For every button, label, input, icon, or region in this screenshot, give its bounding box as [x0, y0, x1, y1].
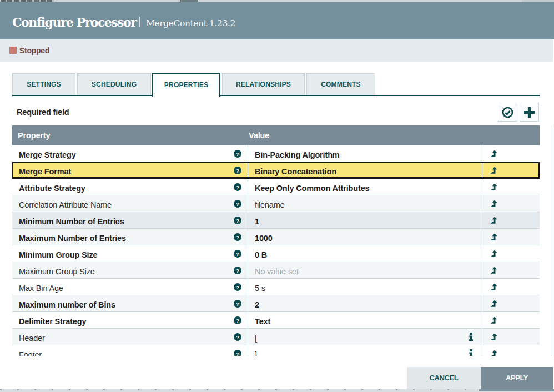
- convert-to-parameter-button[interactable]: [490, 266, 497, 275]
- question-circle-icon: ?: [234, 167, 241, 174]
- property-name: Attribute Strategy: [19, 184, 234, 193]
- svg-text:?: ?: [236, 334, 239, 340]
- question-circle-icon: ?: [234, 217, 241, 224]
- property-value: Keep Only Common Attributes: [255, 184, 473, 193]
- table-right-border: [551, 125, 551, 356]
- convert-to-parameter-button[interactable]: [490, 166, 497, 175]
- property-name: Max Bin Age: [19, 284, 234, 293]
- property-value-cell[interactable]: filename: [248, 195, 482, 212]
- property-value-cell[interactable]: 2: [248, 295, 482, 311]
- property-name: Maximum number of Bins: [19, 300, 234, 309]
- property-row[interactable]: Max Bin Age?5 s: [12, 279, 540, 295]
- property-value-cell[interactable]: Bin-Packing Algorithm: [248, 145, 482, 162]
- background-fragment: [1, 0, 54, 2]
- property-value: 5 s: [255, 284, 473, 293]
- property-value-cell[interactable]: No value set: [248, 262, 482, 278]
- property-help-button[interactable]: ?: [234, 316, 241, 324]
- property-name-cell: Correlation Attribute Name?: [12, 195, 248, 212]
- property-row[interactable]: Merge Strategy?Bin-Packing Algorithm: [12, 145, 540, 162]
- apply-button[interactable]: APPLY: [481, 367, 553, 389]
- convert-to-parameter-button[interactable]: [490, 316, 497, 325]
- tab-properties-label: PROPERTIES: [164, 81, 208, 89]
- add-property-button[interactable]: [520, 103, 539, 122]
- property-help-button[interactable]: ?: [234, 233, 241, 241]
- property-row[interactable]: Correlation Attribute Name?filename: [12, 195, 540, 212]
- property-name-cell: Maximum Group Size?: [12, 262, 248, 278]
- question-circle-icon: ?: [234, 200, 241, 208]
- property-value-cell[interactable]: Binary Concatenation: [248, 162, 482, 178]
- convert-to-parameter-button[interactable]: [490, 183, 497, 192]
- property-row[interactable]: Merge Format?Binary Concatenation: [12, 162, 540, 179]
- svg-text:?: ?: [236, 184, 239, 190]
- property-value-cell[interactable]: Keep Only Common Attributes: [248, 179, 482, 195]
- convert-to-parameter-button[interactable]: [490, 199, 497, 208]
- property-value-cell[interactable]: Text: [248, 312, 482, 328]
- property-value-cell[interactable]: 0 B: [248, 245, 482, 262]
- property-name-cell: Merge Format?: [12, 162, 248, 178]
- convert-to-parameter-button[interactable]: [490, 333, 497, 341]
- property-value-cell[interactable]: ]: [248, 345, 482, 356]
- tab-settings[interactable]: SETTINGS: [12, 73, 75, 96]
- property-name-cell: Maximum Number of Entries?: [12, 229, 248, 245]
- property-row[interactable]: Maximum Group Size?No value set: [12, 262, 540, 279]
- property-value: 1000: [255, 234, 473, 243]
- convert-to-parameter-button[interactable]: [490, 249, 497, 258]
- property-value-cell[interactable]: 1: [248, 212, 482, 228]
- property-value-cell[interactable]: 5 s: [248, 279, 482, 295]
- level-up-arrow-icon: [490, 316, 497, 325]
- convert-to-parameter-button[interactable]: [490, 283, 497, 292]
- property-help-button[interactable]: ?: [234, 250, 241, 258]
- tab-scheduling[interactable]: SCHEDULING: [77, 73, 151, 96]
- property-row[interactable]: Maximum Number of Entries?1000: [12, 229, 540, 245]
- question-circle-icon: ?: [234, 233, 241, 241]
- level-up-arrow-icon: [490, 333, 497, 341]
- tab-bar-underline: [12, 95, 540, 96]
- property-row[interactable]: Delimiter Strategy?Text: [12, 312, 540, 329]
- svg-text:?: ?: [236, 150, 239, 157]
- tab-relationships-label: RELATIONSHIPS: [236, 81, 291, 88]
- question-circle-icon: ?: [234, 267, 241, 274]
- property-name: Maximum Number of Entries: [19, 234, 234, 243]
- property-row[interactable]: Maximum number of Bins?2: [12, 295, 540, 312]
- property-help-button[interactable]: ?: [234, 267, 241, 274]
- property-help-button[interactable]: ?: [234, 333, 241, 341]
- convert-to-parameter-button[interactable]: [490, 349, 497, 356]
- convert-to-parameter-button[interactable]: [490, 216, 497, 225]
- property-row[interactable]: Minimum Group Size?0 B: [12, 245, 540, 262]
- property-help-button[interactable]: ?: [234, 200, 241, 208]
- property-help-button[interactable]: ?: [234, 167, 241, 174]
- property-value-cell[interactable]: 1000: [248, 229, 482, 245]
- property-value: Bin-Packing Algorithm: [255, 150, 473, 159]
- cancel-button[interactable]: CANCEL: [407, 367, 481, 389]
- property-help-button[interactable]: ?: [234, 183, 241, 191]
- property-help-button[interactable]: ?: [234, 300, 241, 308]
- svg-text:?: ?: [236, 300, 239, 306]
- convert-to-parameter-button[interactable]: [490, 149, 497, 158]
- convert-to-parameter-button[interactable]: [490, 233, 497, 242]
- cancel-button-label: CANCEL: [430, 374, 459, 382]
- background-fragment: [180, 0, 198, 2]
- property-name: Delimiter Strategy: [19, 317, 234, 326]
- tab-relationships[interactable]: RELATIONSHIPS: [222, 73, 305, 96]
- value-info-button[interactable]: [469, 333, 473, 341]
- svg-text:?: ?: [236, 167, 239, 173]
- property-help-button[interactable]: ?: [234, 283, 241, 291]
- property-name: Correlation Attribute Name: [19, 200, 234, 209]
- property-name-cell: Header?: [12, 329, 248, 345]
- svg-text:?: ?: [236, 284, 239, 290]
- property-row[interactable]: Minimum Number of Entries?1: [12, 212, 540, 229]
- tab-comments[interactable]: COMMENTS: [306, 73, 375, 96]
- verify-properties-button[interactable]: [498, 103, 517, 122]
- property-row[interactable]: Header?[: [12, 329, 540, 345]
- property-actions-cell: [482, 179, 540, 195]
- property-row[interactable]: Attribute Strategy?Keep Only Common Attr…: [12, 179, 540, 195]
- property-help-button[interactable]: ?: [234, 150, 241, 158]
- convert-to-parameter-button[interactable]: [490, 299, 497, 308]
- question-circle-icon: ?: [234, 283, 241, 291]
- property-value-cell[interactable]: [: [248, 329, 482, 345]
- tab-properties[interactable]: PROPERTIES: [152, 73, 220, 97]
- property-help-button[interactable]: ?: [234, 350, 241, 356]
- property-row[interactable]: Footer?]: [12, 345, 540, 356]
- value-info-button[interactable]: [469, 349, 473, 356]
- property-help-button[interactable]: ?: [234, 217, 241, 224]
